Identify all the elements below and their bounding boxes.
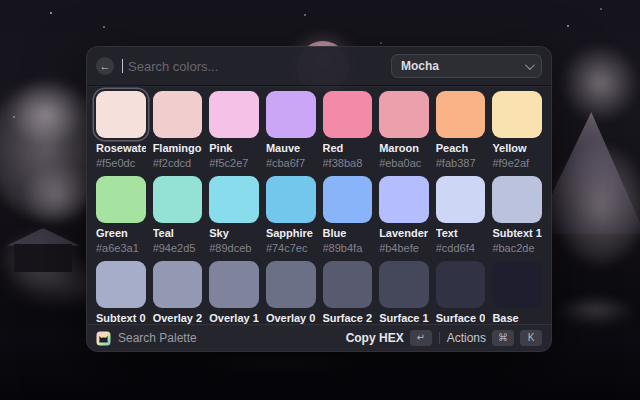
swatch-name: Maroon [379, 142, 429, 154]
swatch-name: Base [492, 312, 542, 324]
color-swatch[interactable] [323, 261, 373, 308]
swatch-hex: #89dceb [209, 242, 259, 254]
color-swatch[interactable] [209, 91, 259, 138]
search-header: ← Mocha [87, 47, 551, 85]
swatch-name: Yellow [492, 142, 542, 154]
swatch-hex: #89b4fa [323, 242, 373, 254]
swatch-grid: Rosewater #f5e0dc Flamingo #f2cdcd Pink … [96, 91, 542, 324]
chevron-down-icon [525, 60, 535, 70]
swatch-hex: #fab387 [436, 157, 486, 169]
swatch-cell: Mauve #cba6f7 [266, 91, 316, 169]
swatch-name: Mauve [266, 142, 316, 154]
color-swatch[interactable] [209, 261, 259, 308]
swatch-cell: Surface 0 [436, 261, 486, 324]
hut [14, 244, 72, 272]
search-input[interactable] [128, 59, 383, 74]
water-reflection [150, 356, 410, 372]
color-swatch[interactable] [379, 261, 429, 308]
swatch-name: Teal [153, 227, 203, 239]
swatch-cell: Subtext 1 #bac2de [492, 176, 542, 254]
swatch-name: Blue [323, 227, 373, 239]
color-swatch[interactable] [492, 91, 542, 138]
color-swatch[interactable] [436, 176, 486, 223]
command-key-icon: ⌘ [492, 330, 514, 346]
swatch-cell: Red #f38ba8 [323, 91, 373, 169]
color-swatch[interactable] [96, 261, 146, 308]
color-swatch[interactable] [96, 91, 146, 138]
color-swatch[interactable] [379, 176, 429, 223]
swatch-cell: Peach #fab387 [436, 91, 486, 169]
swatch-hex: #b4befe [379, 242, 429, 254]
color-swatch[interactable] [323, 176, 373, 223]
swatch-cell: Overlay 2 [153, 261, 203, 324]
swatch-name: Green [96, 227, 146, 239]
swatch-name: Surface 1 [379, 312, 429, 324]
swatch-hex: #cba6f7 [266, 157, 316, 169]
swatch-name: Overlay 1 [209, 312, 259, 324]
swatch-name: Sapphire [266, 227, 316, 239]
k-key-icon: K [520, 330, 542, 346]
swatch-hex: #f9e2af [492, 157, 542, 169]
app-label: Search Palette [118, 331, 197, 345]
swatch-cell: Text #cdd6f4 [436, 176, 486, 254]
color-swatch[interactable] [379, 91, 429, 138]
swatch-cell: Pink #f5c2e7 [209, 91, 259, 169]
color-swatch[interactable] [153, 261, 203, 308]
swatch-name: Subtext 1 [492, 227, 542, 239]
swatch-cell: Base [492, 261, 542, 324]
palette-dropdown-value: Mocha [401, 59, 439, 73]
swatch-name: Text [436, 227, 486, 239]
swatch-hex: #f38ba8 [323, 157, 373, 169]
copy-hex-label: Copy HEX [346, 331, 404, 345]
swatch-hex: #f5c2e7 [209, 157, 259, 169]
text-caret [122, 59, 123, 73]
color-swatch[interactable] [209, 176, 259, 223]
color-swatch[interactable] [266, 91, 316, 138]
footer-actions: Copy HEX ↵ Actions ⌘ K [346, 330, 542, 346]
swatch-cell: Maroon #eba0ac [379, 91, 429, 169]
stars [50, 12, 52, 14]
catppuccin-logo-icon [96, 331, 111, 346]
actions-button[interactable]: Actions ⌘ K [447, 330, 542, 346]
swatch-name: Overlay 2 [153, 312, 203, 324]
color-swatch[interactable] [323, 91, 373, 138]
palette-dropdown[interactable]: Mocha [391, 54, 542, 78]
swatch-hex: #a6e3a1 [96, 242, 146, 254]
swatch-scroll-area: Rosewater #f5e0dc Flamingo #f2cdcd Pink … [87, 86, 551, 324]
copy-hex-button[interactable]: Copy HEX ↵ [346, 330, 432, 346]
color-swatch[interactable] [266, 176, 316, 223]
swatch-hex: #f5e0dc [96, 157, 146, 169]
color-swatch[interactable] [436, 91, 486, 138]
swatch-name: Subtext 0 [96, 312, 146, 324]
swatch-cell: Green #a6e3a1 [96, 176, 146, 254]
swatch-cell: Surface 2 [323, 261, 373, 324]
swatch-name: Overlay 0 [266, 312, 316, 324]
color-swatch[interactable] [266, 261, 316, 308]
color-picker-window: ← Mocha Rosewater #f5e0dc Flamingo #f2cd… [86, 46, 552, 352]
swatch-cell: Flamingo #f2cdcd [153, 91, 203, 169]
color-swatch[interactable] [153, 91, 203, 138]
swatch-cell: Rosewater #f5e0dc [96, 91, 146, 169]
swatch-cell: Yellow #f9e2af [492, 91, 542, 169]
back-button[interactable]: ← [96, 57, 114, 75]
swatch-cell: Overlay 1 [209, 261, 259, 324]
swatch-name: Pink [209, 142, 259, 154]
swatch-cell: Subtext 0 [96, 261, 146, 324]
swatch-cell: Sapphire #74c7ec [266, 176, 316, 254]
color-swatch[interactable] [492, 261, 542, 308]
swatch-hex: #94e2d5 [153, 242, 203, 254]
actions-label: Actions [447, 331, 486, 345]
swatch-cell: Surface 1 [379, 261, 429, 324]
swatch-cell: Overlay 0 [266, 261, 316, 324]
swatch-hex: #74c7ec [266, 242, 316, 254]
swatch-name: Rosewater [96, 142, 146, 154]
color-swatch[interactable] [153, 176, 203, 223]
swatch-cell: Blue #89b4fa [323, 176, 373, 254]
color-swatch[interactable] [96, 176, 146, 223]
swatch-hex: #bac2de [492, 242, 542, 254]
swatch-cell: Teal #94e2d5 [153, 176, 203, 254]
color-swatch[interactable] [492, 176, 542, 223]
back-arrow-icon: ← [100, 61, 111, 72]
color-swatch[interactable] [436, 261, 486, 308]
swatch-name: Sky [209, 227, 259, 239]
